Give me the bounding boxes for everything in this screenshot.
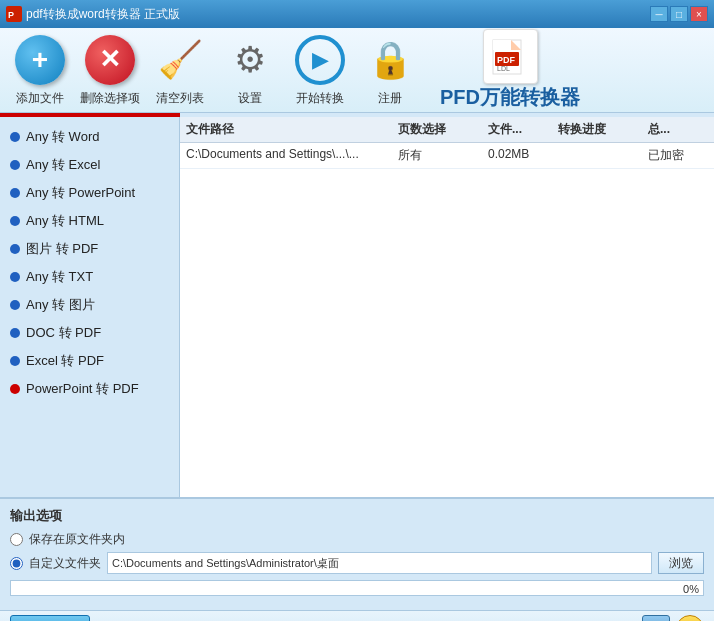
register-icon-wrap: 🔒	[364, 34, 416, 86]
app-title: pdf转换成word转换器 正式版	[26, 6, 180, 23]
brand-text: PFD万能转换器	[440, 84, 580, 111]
sidebar-item-powerpoint-label: Any 转 PowerPoint	[26, 184, 135, 202]
start-button[interactable]: ▶ 开始转换	[290, 34, 350, 107]
dot-red-icon	[10, 384, 20, 394]
add-file-button[interactable]: + 添加文件	[10, 34, 70, 107]
bottom-right-btns: 💬 ?	[642, 615, 704, 622]
browse-button[interactable]: 浏览	[658, 552, 704, 574]
col-pages: 页数选择	[398, 121, 488, 138]
delete-button[interactable]: ✕ 删除选择项	[80, 34, 140, 107]
output-path-input[interactable]	[107, 552, 652, 574]
qq-button[interactable]: 🐧 QQ交流	[10, 615, 90, 622]
gear-icon: ⚙	[234, 39, 266, 81]
sidebar-item-word[interactable]: Any 转 Word	[0, 123, 179, 151]
dot-icon	[10, 188, 20, 198]
titlebar-left: P pdf转换成word转换器 正式版	[6, 6, 180, 23]
file-area: 文件路径 页数选择 文件... 转换进度 总... C:\Documents a…	[180, 117, 714, 497]
output-title: 输出选项	[10, 507, 704, 525]
col-path: 文件路径	[186, 121, 398, 138]
brand-area: PDF LDL PFD万能转换器	[440, 29, 580, 111]
sidebar-item-doc2pdf-label: DOC 转 PDF	[26, 324, 101, 342]
close-button[interactable]: ×	[690, 6, 708, 22]
custom-folder-label[interactable]: 自定义文件夹	[29, 555, 101, 572]
file-rows: C:\Documents and Settings\...\... 所有 0.0…	[180, 143, 714, 497]
dot-icon	[10, 160, 20, 170]
row-progress	[558, 147, 648, 164]
dot-icon	[10, 216, 20, 226]
col-total: 总...	[648, 121, 708, 138]
svg-text:P: P	[8, 10, 14, 20]
save-original-radio[interactable]	[10, 533, 23, 546]
dot-icon	[10, 356, 20, 366]
svg-text:PDF: PDF	[497, 55, 516, 65]
titlebar-controls: ─ □ ×	[650, 6, 708, 22]
table-row[interactable]: C:\Documents and Settings\...\... 所有 0.0…	[180, 143, 714, 169]
delete-icon: ✕	[85, 35, 135, 85]
add-icon-wrap: +	[14, 34, 66, 86]
start-icon-wrap: ▶	[294, 34, 346, 86]
dot-icon	[10, 132, 20, 142]
lock-icon: 🔒	[368, 39, 413, 81]
save-original-label[interactable]: 保存在原文件夹内	[29, 531, 125, 548]
main-content: Any 转 Word Any 转 Excel Any 转 PowerPoint …	[0, 117, 714, 497]
register-button[interactable]: 🔒 注册	[360, 34, 420, 107]
settings-label: 设置	[238, 90, 262, 107]
sidebar-item-html[interactable]: Any 转 HTML	[0, 207, 179, 235]
output-section: 输出选项 保存在原文件夹内 自定义文件夹 浏览 0%	[0, 497, 714, 610]
progress-label: 0%	[683, 581, 699, 597]
dot-icon	[10, 300, 20, 310]
start-label: 开始转换	[296, 90, 344, 107]
svg-text:LDL: LDL	[497, 65, 510, 72]
clear-label: 清空列表	[156, 90, 204, 107]
output-path-row: 自定义文件夹 浏览	[10, 552, 704, 574]
toolbar: + 添加文件 ✕ 删除选择项 🧹 清空列表 ⚙ 设置 ▶ 开始转换 🔒 注册	[0, 28, 714, 113]
sidebar-item-ppt2pdf-label: PowerPoint 转 PDF	[26, 380, 139, 398]
svg-rect-4	[493, 40, 511, 50]
sidebar-item-word-label: Any 转 Word	[26, 128, 99, 146]
clear-button[interactable]: 🧹 清空列表	[150, 34, 210, 107]
delete-icon-wrap: ✕	[84, 34, 136, 86]
sidebar-item-excel[interactable]: Any 转 Excel	[0, 151, 179, 179]
delete-label: 删除选择项	[80, 90, 140, 107]
row-path: C:\Documents and Settings\...\...	[186, 147, 398, 164]
progress-row: 0%	[10, 580, 704, 596]
dot-icon	[10, 328, 20, 338]
row-pages: 所有	[398, 147, 488, 164]
pdf-logo: PDF LDL	[483, 29, 538, 84]
custom-folder-radio[interactable]	[10, 557, 23, 570]
minimize-button[interactable]: ─	[650, 6, 668, 22]
chat-button[interactable]: 💬	[642, 615, 670, 622]
sidebar: Any 转 Word Any 转 Excel Any 转 PowerPoint …	[0, 117, 180, 497]
broom-icon: 🧹	[158, 39, 203, 81]
sidebar-item-excel2pdf[interactable]: Excel 转 PDF	[0, 347, 179, 375]
titlebar: P pdf转换成word转换器 正式版 ─ □ ×	[0, 0, 714, 28]
sidebar-item-img-label: Any 转 图片	[26, 296, 95, 314]
sidebar-item-txt-label: Any 转 TXT	[26, 268, 93, 286]
sidebar-item-powerpoint[interactable]: Any 转 PowerPoint	[0, 179, 179, 207]
col-size: 文件...	[488, 121, 558, 138]
register-label: 注册	[378, 90, 402, 107]
sidebar-item-img[interactable]: Any 转 图片	[0, 291, 179, 319]
sidebar-item-doc2pdf[interactable]: DOC 转 PDF	[0, 319, 179, 347]
row-size: 0.02MB	[488, 147, 558, 164]
dot-icon	[10, 244, 20, 254]
sidebar-item-txt[interactable]: Any 转 TXT	[0, 263, 179, 291]
pdf-svg: PDF LDL	[491, 38, 529, 76]
app-icon: P	[6, 6, 22, 22]
bottom-bar: 🐧 QQ交流 客服热线：18121074602 QQ：4000076365 💬 …	[0, 610, 714, 621]
row-total: 已加密	[648, 147, 708, 164]
sidebar-item-excel2pdf-label: Excel 转 PDF	[26, 352, 104, 370]
clear-icon-wrap: 🧹	[154, 34, 206, 86]
start-icon: ▶	[295, 35, 345, 85]
output-option1-row: 保存在原文件夹内	[10, 531, 704, 548]
help-button[interactable]: ?	[676, 615, 704, 622]
sidebar-item-ppt2pdf[interactable]: PowerPoint 转 PDF	[0, 375, 179, 403]
maximize-button[interactable]: □	[670, 6, 688, 22]
settings-button[interactable]: ⚙ 设置	[220, 34, 280, 107]
settings-icon-wrap: ⚙	[224, 34, 276, 86]
add-file-label: 添加文件	[16, 90, 64, 107]
sidebar-item-excel-label: Any 转 Excel	[26, 156, 100, 174]
sidebar-item-img2pdf[interactable]: 图片 转 PDF	[0, 235, 179, 263]
sidebar-item-img2pdf-label: 图片 转 PDF	[26, 240, 98, 258]
col-progress: 转换进度	[558, 121, 648, 138]
